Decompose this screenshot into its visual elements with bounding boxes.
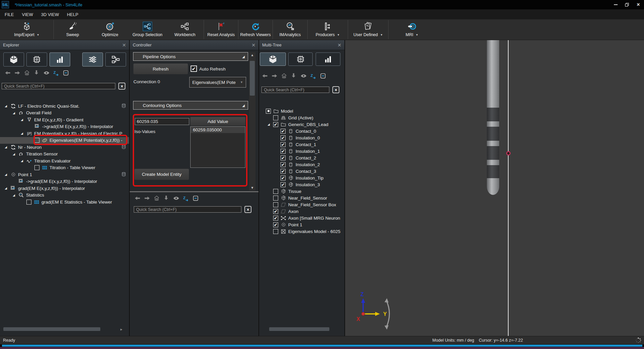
arrow-left-icon[interactable] bbox=[261, 73, 268, 79]
explorer-tab-chip[interactable] bbox=[26, 52, 47, 67]
expander-icon[interactable]: ◢ bbox=[267, 123, 273, 126]
explorer-item-grad-em-e-x-y-z-f0-interpolator[interactable]: ->grad(EM E(x,y,z,f0)) - Interpolator bbox=[0, 178, 129, 185]
multitree-item-contact-1[interactable]: Contact_1 bbox=[259, 141, 344, 148]
multitree-search-clear-icon[interactable]: × bbox=[332, 86, 339, 93]
iso-value-input[interactable] bbox=[135, 118, 189, 125]
explorer-item-point-1[interactable]: ◢Point 1 bbox=[0, 171, 129, 178]
multitree-item-model[interactable]: Model bbox=[259, 108, 344, 114]
menu-help[interactable]: HELP bbox=[63, 9, 82, 19]
close-button[interactable]: × bbox=[633, 0, 644, 9]
chevron-down-icon[interactable]: ▼ bbox=[416, 33, 418, 36]
z-order-icon[interactable]: Z bbox=[183, 195, 189, 202]
checkbox-checked[interactable] bbox=[281, 129, 286, 134]
eye-icon[interactable] bbox=[43, 70, 50, 76]
explorer-close-icon[interactable]: ✕ bbox=[122, 43, 126, 47]
arrow-left-icon[interactable] bbox=[134, 195, 141, 202]
explorer-item-nr-neuron[interactable]: ◢Nr - Neuron bbox=[0, 144, 129, 151]
explorer-item-grad-em-e-x-y-z-f0-interpolator[interactable]: ◢grad(EM E(x,y,z,f0)) - Interpolator bbox=[0, 185, 129, 192]
checkbox-checked[interactable] bbox=[281, 135, 286, 140]
arrow-down-icon[interactable] bbox=[33, 70, 40, 76]
checkbox-unchecked[interactable] bbox=[273, 229, 278, 234]
contouring-options-header[interactable]: Contouring Options ◢ bbox=[133, 101, 248, 110]
add-value-button[interactable]: Add Value bbox=[190, 117, 245, 126]
arrow-right-icon[interactable] bbox=[14, 70, 21, 76]
expander-icon[interactable]: ◢ bbox=[5, 104, 10, 108]
arrow-right-icon[interactable] bbox=[144, 195, 150, 202]
multitree-hscrollbar[interactable] bbox=[260, 327, 343, 331]
refresh-button[interactable]: Refresh bbox=[133, 64, 188, 74]
connection-dropdown[interactable]: Eigenvalues(EM Pote ▼ bbox=[189, 77, 246, 88]
toolbar-workbench-button[interactable]: Workbench bbox=[166, 19, 204, 40]
explorer-hscroll-thumb[interactable] bbox=[3, 327, 100, 331]
menu-file[interactable]: FILE bbox=[1, 9, 18, 19]
multitree-hscroll-thumb[interactable] bbox=[269, 327, 329, 331]
controller-search-clear-icon[interactable]: × bbox=[244, 206, 251, 213]
explorer-search-clear-icon[interactable]: × bbox=[118, 83, 125, 90]
explorer-tab-bars[interactable] bbox=[49, 52, 70, 67]
multitree-item-point-1[interactable]: Point 1 bbox=[259, 221, 344, 228]
explorer-item-em-potential-x-y-z-f0-hessian-of-electric-[interactable]: ◢[∂²]EM Potential(x,y,z,f0) - Hessian of… bbox=[0, 130, 129, 137]
multitree-item-insulation-1[interactable]: Insulation_1 bbox=[259, 148, 344, 154]
multitree-item-insulation-3[interactable]: Insulation_3 bbox=[259, 181, 344, 188]
multitree-tab-chip[interactable] bbox=[288, 52, 313, 66]
auto-refresh-checkbox[interactable] bbox=[191, 66, 197, 72]
menu-view[interactable]: VIEW bbox=[18, 9, 37, 19]
explorer-tab-sliders[interactable] bbox=[82, 52, 103, 67]
expander-icon[interactable]: ◢ bbox=[21, 118, 26, 121]
arrow-right-icon[interactable] bbox=[271, 73, 278, 79]
multitree-search-input[interactable] bbox=[261, 87, 329, 93]
expander-icon[interactable]: ◢ bbox=[13, 194, 18, 197]
checkbox-unchecked[interactable] bbox=[34, 138, 39, 143]
scroll-up-icon[interactable]: ▲ bbox=[249, 53, 255, 57]
checkbox-checked[interactable] bbox=[281, 162, 286, 167]
3d-viewport[interactable]: Z Y X bbox=[345, 40, 644, 336]
z-order-icon[interactable]: Z bbox=[53, 70, 60, 76]
pipeline-options-header[interactable]: Pipeline Options ◢ bbox=[133, 52, 248, 61]
multitree-item-insulation-tip[interactable]: Insulation_Tip bbox=[259, 174, 344, 181]
multitree-close-icon[interactable]: ✕ bbox=[337, 43, 341, 47]
toolbar-imp-export-button[interactable]: Imp/Export▼ bbox=[0, 19, 53, 40]
arrow-left-icon[interactable] bbox=[4, 70, 11, 76]
explorer-item-titration-evaluator[interactable]: ◢Titration Evaluator bbox=[0, 157, 129, 164]
arrow-down-icon[interactable] bbox=[291, 73, 297, 79]
toolbar-mri-button[interactable]: MRI▼ bbox=[389, 19, 435, 40]
explorer-item-em-e-x-y-z-f0-gradient[interactable]: ◢∇EM E(x,y,z,f0) - Gradient bbox=[0, 116, 129, 123]
toolbar-imanalytics-button[interactable]: IMAnalytics bbox=[273, 19, 307, 40]
iso-value-item[interactable]: 60259.035000 bbox=[191, 127, 245, 133]
toolbar-group-selection-button[interactable]: Group Selection bbox=[129, 19, 166, 40]
explorer-tab-hierarchy[interactable] bbox=[105, 52, 126, 67]
z-order-icon[interactable]: Z bbox=[310, 73, 317, 79]
expander-icon[interactable]: ◢ bbox=[21, 132, 26, 135]
maximize-button[interactable] bbox=[621, 0, 633, 9]
expander-icon[interactable]: ◢ bbox=[21, 159, 26, 162]
expander-icon[interactable]: ◢ bbox=[5, 145, 10, 149]
collapse-box-icon[interactable] bbox=[192, 195, 199, 202]
eye-icon[interactable] bbox=[173, 195, 180, 202]
controller-vscrollbar[interactable]: ▲ ▼ bbox=[249, 52, 255, 191]
collapse-box-icon[interactable] bbox=[320, 73, 326, 79]
menu-3d-view[interactable]: 3D VIEW bbox=[37, 9, 63, 19]
eye-icon[interactable] bbox=[300, 73, 307, 79]
home-icon[interactable] bbox=[281, 73, 288, 79]
multitree-item-axon[interactable]: Axon bbox=[259, 208, 344, 215]
checkbox-checked[interactable] bbox=[281, 169, 286, 174]
checkbox-unchecked[interactable] bbox=[273, 189, 278, 194]
explorer-item-titration-table-viewer[interactable]: Titration - Table Viewer bbox=[0, 164, 129, 171]
multitree-tab-bars[interactable] bbox=[316, 52, 340, 66]
multitree-item-contact-0[interactable]: Contact_0 bbox=[259, 128, 344, 134]
multitree-item-tissue[interactable]: Tissue bbox=[259, 188, 344, 195]
explorer-item-statistics[interactable]: ◢Statistics bbox=[0, 192, 129, 199]
toolbar-refresh-viewers-button[interactable]: Refresh Viewers bbox=[238, 19, 273, 40]
controller-search-input[interactable] bbox=[134, 206, 241, 213]
multitree-item-contact-2[interactable]: Contact_2 bbox=[259, 154, 344, 161]
checkbox-unchecked[interactable] bbox=[26, 200, 31, 205]
expander-icon[interactable]: ◢ bbox=[13, 111, 18, 115]
explorer-item-eigenvalues-em-potential-x-y-z-f0[interactable]: Eigenvalues(EM Potential(x,y,z,f0)) - bbox=[0, 137, 129, 144]
checkbox-checked[interactable] bbox=[281, 149, 286, 154]
minimize-button[interactable] bbox=[610, 0, 621, 9]
explorer-item-grad-em-e-statistics-table-viewer[interactable]: grad(EM E Statistics - Table Viewer bbox=[0, 199, 129, 206]
checkbox-unchecked[interactable] bbox=[273, 196, 278, 201]
arrow-down-icon[interactable] bbox=[163, 195, 170, 202]
checkbox-checked[interactable] bbox=[273, 222, 278, 227]
multitree-item-near-field-sensor-box[interactable]: Near_Field_Sensor Box bbox=[259, 201, 344, 208]
